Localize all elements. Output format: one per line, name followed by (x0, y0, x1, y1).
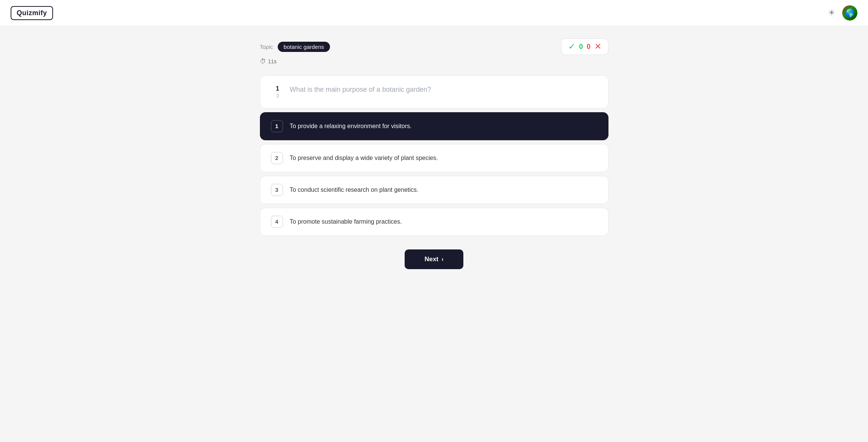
timer-value: 11s (268, 58, 277, 64)
topic-label: Topic (260, 44, 273, 50)
option-text-4: To promote sustainable farming practices… (290, 218, 402, 225)
theme-toggle-icon[interactable]: ☀ (828, 8, 835, 18)
correct-icon: ✓ (568, 42, 575, 52)
avatar[interactable]: 🌎 (842, 5, 857, 20)
header-right: ☀ 🌎 (828, 5, 857, 20)
question-number: 1 3 (272, 85, 283, 99)
topic-left: Topic botanic gardens (260, 42, 330, 52)
app-header: Quizmify ☀ 🌎 (0, 0, 868, 26)
answer-option-1[interactable]: 1 To provide a relaxing environment for … (260, 112, 608, 140)
next-button-row: Next › (260, 249, 608, 269)
option-number-1: 1 (271, 120, 283, 132)
topic-badge: botanic gardens (278, 42, 330, 52)
option-text-1: To provide a relaxing environment for vi… (290, 123, 412, 130)
timer-row: ⏱ 11s (260, 58, 608, 65)
topic-score-row: Topic botanic gardens ✓ 0 0 ✕ (260, 38, 608, 55)
chevron-right-icon: › (441, 256, 443, 263)
option-number-3: 3 (271, 184, 283, 196)
next-button[interactable]: Next › (405, 249, 463, 269)
correct-count: 0 (579, 43, 583, 51)
question-text: What is the main purpose of a botanic ga… (290, 85, 431, 94)
wrong-icon: ✕ (594, 42, 601, 52)
wrong-count: 0 (586, 43, 590, 51)
score-box: ✓ 0 0 ✕ (561, 38, 608, 55)
option-text-3: To conduct scientific research on plant … (290, 187, 419, 193)
question-card: 1 3 What is the main purpose of a botani… (260, 75, 608, 108)
answer-option-2[interactable]: 2 To preserve and display a wide variety… (260, 144, 608, 172)
option-text-2: To preserve and display a wide variety o… (290, 155, 438, 161)
next-button-label: Next (424, 255, 438, 263)
answer-option-4[interactable]: 4 To promote sustainable farming practic… (260, 208, 608, 236)
question-current: 1 (276, 85, 279, 92)
main-content: Topic botanic gardens ✓ 0 0 ✕ ⏱ 11s 1 3 … (252, 26, 616, 292)
option-number-4: 4 (271, 216, 283, 228)
question-total: 3 (276, 92, 279, 99)
answer-option-3[interactable]: 3 To conduct scientific research on plan… (260, 176, 608, 204)
option-number-2: 2 (271, 152, 283, 164)
app-logo: Quizmify (11, 6, 53, 20)
clock-icon: ⏱ (260, 58, 266, 65)
